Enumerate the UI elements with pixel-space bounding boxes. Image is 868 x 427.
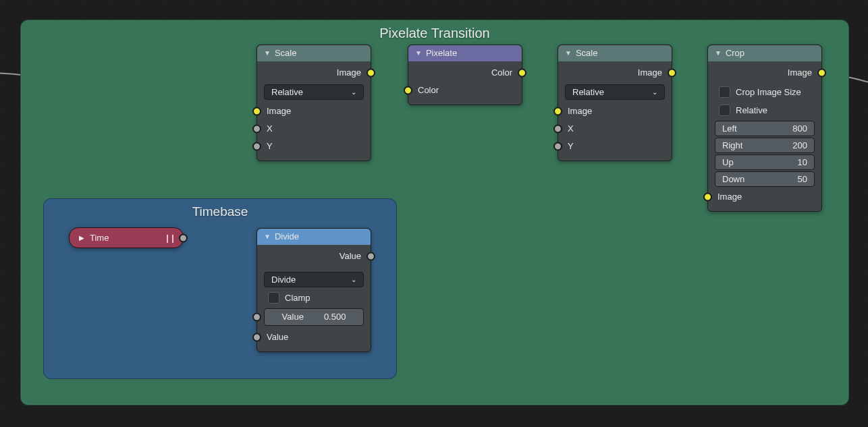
socket-in-x[interactable]	[252, 125, 261, 134]
output-label: Image	[638, 67, 662, 78]
socket-in-y[interactable]	[252, 142, 261, 151]
node-title: Crop	[726, 48, 744, 58]
chevron-right-icon: ▶	[79, 234, 84, 241]
checkbox-label: Relative	[736, 105, 767, 115]
socket-out-time[interactable]	[179, 233, 188, 242]
input-x: X	[558, 120, 672, 138]
input-label: Value	[267, 332, 288, 342]
socket-out-image[interactable]	[367, 69, 375, 78]
input-color: Color	[408, 82, 522, 99]
input-x: X	[257, 120, 371, 138]
node-scale-2[interactable]: ▼ Scale Image Relative ⌄ Image X Y	[558, 45, 672, 161]
socket-in-x[interactable]	[553, 125, 562, 134]
node-title: Divide	[275, 231, 299, 241]
input-label: Image	[267, 106, 291, 116]
field-value: 10	[798, 157, 807, 167]
input-image: Image	[558, 103, 672, 120]
field-label: Down	[722, 174, 744, 184]
socket-in-image[interactable]	[553, 107, 562, 116]
node-title: Scale	[576, 48, 598, 58]
output-label: Value	[340, 251, 361, 261]
chevron-down-icon: ▼	[415, 49, 422, 57]
socket-out-image[interactable]	[668, 69, 676, 78]
dropdown-operation[interactable]: Divide ⌄	[264, 272, 364, 287]
socket-in-value[interactable]	[252, 313, 261, 322]
field-down[interactable]: Down 50	[715, 171, 815, 187]
socket-out-color[interactable]	[518, 69, 526, 78]
node-header[interactable]: ▼ Crop	[708, 45, 821, 61]
checkbox-icon	[719, 86, 730, 98]
node-scale-1[interactable]: ▼ Scale Image Relative ⌄ Image X Y	[256, 45, 371, 161]
input-label: Y	[267, 141, 273, 151]
chevron-down-icon: ▼	[565, 49, 572, 57]
socket-out-value[interactable]	[367, 252, 375, 261]
input-image: Image	[708, 188, 821, 206]
input-y: Y	[257, 138, 371, 155]
checkbox-relative[interactable]: Relative	[715, 103, 815, 118]
output-label: Color	[491, 67, 512, 78]
node-crop[interactable]: ▼ Crop Image Crop Image Size Relative Le…	[707, 45, 822, 212]
chevron-down-icon: ⌄	[652, 88, 657, 96]
checkbox-label: Crop Image Size	[736, 87, 801, 97]
socket-in-color[interactable]	[404, 86, 412, 95]
field-label: Right	[722, 140, 742, 150]
checkbox-icon	[719, 105, 730, 116]
field-value: 800	[792, 123, 807, 134]
dropdown-value: Divide	[271, 275, 296, 285]
dropdown-value: Relative	[271, 87, 303, 97]
output-image: Image	[558, 64, 672, 82]
socket-out-image[interactable]	[817, 69, 826, 78]
input-value-a[interactable]: Value 0.500	[257, 308, 371, 326]
input-label: Color	[418, 85, 439, 95]
field-right[interactable]: Right 200	[715, 138, 815, 153]
node-title: Scale	[275, 48, 297, 58]
chevron-down-icon: ⌄	[351, 276, 356, 283]
checkbox-icon	[268, 292, 279, 304]
output-value: Value	[257, 248, 371, 265]
output-image: Image	[257, 64, 371, 82]
field-value[interactable]: Value 0.500	[264, 308, 364, 326]
output-color: Color	[408, 64, 522, 82]
dropdown-value: Relative	[572, 87, 604, 97]
chevron-down-icon: ▼	[264, 49, 271, 57]
checkbox-clamp[interactable]: Clamp	[264, 290, 364, 306]
input-label: X	[267, 123, 273, 134]
node-header[interactable]: ▼ Scale	[558, 45, 672, 61]
socket-in-image[interactable]	[252, 107, 261, 116]
output-label: Image	[337, 67, 361, 78]
chevron-down-icon: ▼	[715, 49, 722, 57]
node-header[interactable]: ▼ Pixelate	[408, 45, 522, 61]
pause-icon: ❙❙	[164, 233, 175, 243]
input-y: Y	[558, 138, 672, 155]
checkbox-label: Clamp	[285, 293, 310, 303]
input-value-b: Value	[257, 329, 371, 346]
field-up[interactable]: Up 10	[715, 154, 815, 170]
checkbox-crop-image-size[interactable]: Crop Image Size	[715, 84, 815, 100]
chevron-down-icon: ⌄	[351, 88, 356, 96]
dropdown-scale-mode[interactable]: Relative ⌄	[565, 84, 665, 100]
node-time[interactable]: ▶ Time ❙❙	[69, 227, 184, 248]
dropdown-scale-mode[interactable]: Relative ⌄	[264, 84, 364, 100]
socket-in-image[interactable]	[703, 193, 712, 202]
field-left[interactable]: Left 800	[715, 121, 815, 136]
field-value: 0.500	[324, 311, 346, 323]
input-image: Image	[257, 103, 371, 120]
field-label: Value	[282, 311, 304, 323]
node-divide[interactable]: ▼ Divide Value Divide ⌄ Clamp Value 0.50…	[256, 228, 371, 352]
input-label: Y	[568, 141, 574, 151]
node-header[interactable]: ▼ Divide	[257, 229, 371, 245]
field-value: 200	[792, 140, 807, 150]
input-label: Image	[717, 192, 742, 202]
node-title: Time	[90, 233, 109, 243]
field-label: Up	[722, 157, 734, 167]
output-label: Image	[788, 67, 812, 78]
node-header[interactable]: ▼ Scale	[257, 45, 371, 61]
node-title: Pixelate	[426, 48, 457, 58]
field-value: 50	[798, 174, 807, 184]
socket-in-value[interactable]	[252, 333, 261, 342]
chevron-down-icon: ▼	[264, 233, 271, 240]
input-label: X	[568, 123, 574, 134]
socket-in-y[interactable]	[553, 142, 562, 151]
input-label: Image	[568, 106, 592, 116]
node-pixelate[interactable]: ▼ Pixelate Color Color	[408, 45, 522, 105]
